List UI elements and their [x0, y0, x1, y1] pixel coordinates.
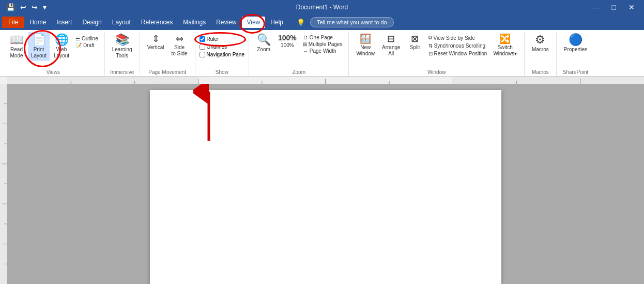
new-window-icon: 🪟	[360, 34, 371, 43]
document-area-wrapper	[0, 77, 644, 284]
menu-mailings[interactable]: Mailings	[178, 17, 211, 28]
navigation-pane-label: Navigation Pane	[207, 52, 244, 57]
ruler-checkbox-row[interactable]: Ruler	[200, 36, 219, 42]
menu-help[interactable]: Help	[265, 17, 288, 28]
switch-windows-icon: 🔀	[499, 34, 511, 43]
save-icon[interactable]: 💾	[4, 2, 17, 12]
ribbon-group-immersive: 📚 LearningTools Immersive	[105, 32, 140, 76]
vertical-label: Vertical	[147, 44, 164, 51]
arrange-all-icon: ⊟	[387, 34, 395, 43]
split-icon: ⊠	[411, 34, 419, 43]
ribbon-group-window: 🪟 NewWindow ⊟ ArrangeAll ⊠ Split ⧉ View …	[349, 32, 525, 76]
vertical-button[interactable]: ⇕ Vertical	[144, 32, 167, 53]
menu-layout[interactable]: Layout	[107, 17, 136, 28]
show-group-label: Show	[200, 68, 244, 76]
vertical-ruler	[0, 84, 7, 284]
vertical-ruler-markings	[0, 84, 7, 284]
page-width-icon: ↔	[303, 48, 308, 54]
100pct-button[interactable]: 100% 100%	[275, 32, 300, 51]
sharepoint-buttons: 🔵 Properties	[561, 32, 591, 68]
page-width-button[interactable]: ↔ Page Width	[301, 48, 345, 54]
arrange-all-button[interactable]: ⊟ ArrangeAll	[379, 32, 404, 59]
menu-home[interactable]: Home	[24, 17, 51, 28]
ribbon-group-show: Ruler Gridlines Navigation Pane Show	[195, 32, 249, 76]
ruler-markings	[7, 77, 644, 84]
zoom-group-label: Zoom	[253, 68, 344, 76]
navigation-pane-checkbox-row[interactable]: Navigation Pane	[200, 52, 244, 57]
show-checkboxes: Ruler Gridlines Navigation Pane	[200, 36, 244, 68]
undo-icon[interactable]: ↩	[18, 2, 28, 12]
macros-button[interactable]: ⚙ Macros	[529, 32, 552, 55]
print-layout-icon: 📄	[32, 34, 46, 46]
minimize-btn[interactable]: —	[587, 1, 605, 13]
macros-buttons: ⚙ Macros	[529, 32, 552, 68]
menu-review[interactable]: Review	[211, 17, 241, 28]
draft-icon: 📝	[75, 42, 82, 48]
ruler-label: Ruler	[207, 36, 219, 42]
page-movement-buttons: ⇕ Vertical ⇔ Sideto Side	[144, 32, 191, 68]
zoom-button[interactable]: 🔍 Zoom	[253, 32, 274, 55]
arrow-svg	[193, 84, 224, 146]
new-window-label: NewWindow	[356, 44, 375, 57]
tell-me-label: Tell me what you want to do	[317, 19, 387, 25]
draft-button[interactable]: 📝 Draft	[73, 42, 100, 49]
view-side-by-side-icon: ⧉	[428, 35, 432, 41]
web-layout-label: WebLayout	[54, 47, 69, 59]
zoom-small-buttons: 🗋 One Page ⊞ Multiple Pages ↔ Page Width	[301, 34, 345, 54]
ribbon-group-views: 📖 ReadMode 📄 PrintLayout 🌐 WebLayout ☰ O…	[2, 32, 105, 76]
print-layout-label: PrintLayout	[31, 47, 47, 59]
multiple-pages-button[interactable]: ⊞ Multiple Pages	[301, 41, 345, 48]
ribbon: 📖 ReadMode 📄 PrintLayout 🌐 WebLayout ☰ O…	[0, 30, 644, 77]
views-group-label: Views	[6, 68, 100, 76]
page-width-label: Page Width	[310, 48, 336, 54]
synchronous-scrolling-label: Synchronous Scrolling	[434, 43, 486, 49]
switch-windows-button[interactable]: 🔀 SwitchWindows▾	[490, 32, 520, 59]
menu-insert[interactable]: Insert	[51, 17, 77, 28]
gridlines-checkbox-row[interactable]: Gridlines	[200, 44, 227, 50]
arrange-all-label: ArrangeAll	[382, 44, 401, 57]
reset-window-position-button[interactable]: ⊡ Reset Window Position	[426, 50, 489, 57]
100pct-label: 100%	[281, 42, 294, 49]
menu-bar: File Home Insert Design Layout Reference…	[0, 14, 644, 30]
side-to-side-button[interactable]: ⇔ Sideto Side	[168, 32, 190, 59]
print-layout-button[interactable]: 📄 PrintLayout	[28, 32, 50, 61]
properties-button[interactable]: 🔵 Properties	[561, 32, 591, 55]
tell-me-input[interactable]: Tell me what you want to do	[310, 17, 394, 27]
properties-icon: 🔵	[569, 34, 582, 46]
ribbon-group-zoom: 🔍 Zoom 100% 100% 🗋 One Page ⊞ Multiple P…	[249, 32, 349, 76]
maximize-btn[interactable]: □	[607, 1, 621, 13]
doc-main	[0, 84, 644, 284]
document-content	[7, 84, 644, 284]
redo-icon[interactable]: ↪	[29, 2, 40, 12]
view-side-by-side-button[interactable]: ⧉ View Side by Side	[426, 34, 489, 41]
immersive-group-label: Immersive	[109, 68, 135, 76]
learning-tools-button[interactable]: 📚 LearningTools	[109, 32, 135, 61]
split-button[interactable]: ⊠ Split	[405, 32, 425, 53]
switch-windows-label: SwitchWindows▾	[493, 44, 517, 57]
reset-window-icon: ⊡	[428, 51, 433, 56]
qat-dropdown-icon[interactable]: ▾	[41, 2, 49, 12]
properties-label: Properties	[564, 47, 588, 53]
vertical-icon: ⇕	[152, 34, 160, 43]
menu-design[interactable]: Design	[77, 17, 106, 28]
gridlines-checkbox[interactable]	[200, 44, 205, 50]
synchronous-scrolling-button[interactable]: ⇅ Synchronous Scrolling	[426, 42, 489, 49]
ribbon-group-page-movement: ⇕ Vertical ⇔ Sideto Side Page Movement	[140, 32, 195, 76]
close-btn[interactable]: ✕	[623, 1, 640, 13]
side-to-side-icon: ⇔	[176, 34, 183, 43]
one-page-button[interactable]: 🗋 One Page	[301, 34, 345, 41]
navigation-pane-checkbox[interactable]	[200, 52, 205, 57]
read-mode-label: ReadMode	[10, 47, 23, 59]
ruler-checkbox[interactable]	[200, 36, 205, 42]
read-mode-button[interactable]: 📖 ReadMode	[6, 32, 27, 61]
window-controls: — □ ✕	[587, 1, 640, 13]
menu-view[interactable]: View	[242, 17, 266, 28]
menu-references[interactable]: References	[136, 17, 178, 28]
new-window-button[interactable]: 🪟 NewWindow	[353, 32, 378, 59]
one-page-icon: 🗋	[303, 35, 308, 40]
draft-label: Draft	[83, 42, 95, 48]
web-layout-button[interactable]: 🌐 WebLayout	[51, 32, 72, 61]
100pct-icon: 100%	[278, 34, 297, 41]
outline-button[interactable]: ☰ Outline	[73, 35, 100, 42]
menu-file[interactable]: File	[2, 17, 24, 28]
